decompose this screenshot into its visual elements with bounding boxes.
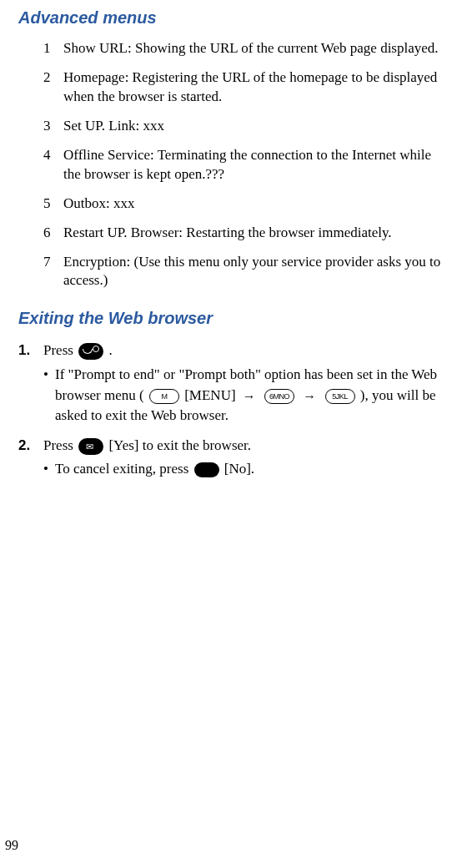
blank-key-icon [194,462,219,477]
text: . [108,342,112,358]
list-item: 2 Homepage: Registering the URL of the h… [43,68,442,107]
step-body: Press . [43,340,442,361]
item-number: 7 [43,253,63,291]
step-body: Press [Yes] to exit the browser. [43,435,442,457]
bullet-icon: • [43,365,55,426]
text: [MENU] [184,387,239,403]
step-2-bullet: • To cancel exiting, press [No]. [43,459,442,480]
text: Press [43,437,77,453]
list-item: 7 Encryption: (Use this menu only your s… [43,253,442,291]
step-2: 2. Press [Yes] to exit the browser. • To… [18,435,442,480]
list-item: 4 Offline Service: Terminating the conne… [43,146,442,184]
list-item: 6 Restart UP. Browser: Restarting the br… [43,224,442,243]
advanced-menu-list: 1 Show URL: Showing the URL of the curre… [43,39,442,290]
exit-steps: 1. Press . • If "Prompt to end" or "Prom… [18,340,442,480]
text: [Yes] to exit the browser. [108,437,251,453]
item-text: Set UP. Link: xxx [63,117,442,136]
step-number: 2. [18,435,43,457]
six-key-icon: 6MNO [264,389,294,404]
text: To cancel exiting, press [55,461,193,477]
list-item: 3 Set UP. Link: xxx [43,117,442,136]
item-text: Homepage: Registering the URL of the hom… [63,68,442,107]
bullet-icon: • [43,459,55,480]
arrow-icon: → [303,386,316,406]
menu-key-icon: M [149,389,179,404]
bullet-text: If "Prompt to end" or "Prompt both" opti… [55,365,442,426]
item-number: 5 [43,194,63,214]
heading-advanced-menus: Advanced menus [18,8,452,28]
page-number: 99 [5,838,18,853]
item-number: 1 [43,39,63,58]
power-key-icon [78,343,103,360]
list-item: 1 Show URL: Showing the URL of the curre… [43,39,442,58]
item-text: Show URL: Showing the URL of the current… [63,39,442,58]
item-text: Restart UP. Browser: Restarting the brow… [63,224,442,243]
item-text: Offline Service: Terminating the connect… [63,146,442,184]
step-1: 1. Press . • If "Prompt to end" or "Prom… [18,340,442,426]
item-number: 6 [43,224,63,243]
bullet-text: To cancel exiting, press [No]. [55,459,442,480]
item-text: Outbox: xxx [63,194,442,214]
list-item: 5 Outbox: xxx [43,194,442,214]
five-key-icon: 5JKL [325,389,355,404]
item-number: 2 [43,68,63,107]
mail-key-icon [78,438,103,455]
step-number: 1. [18,340,43,361]
text: Press [43,342,77,358]
arrow-icon: → [243,386,256,406]
step-1-bullet: • If "Prompt to end" or "Prompt both" op… [43,365,442,426]
text: [No]. [224,461,254,477]
heading-exiting-browser: Exiting the Web browser [18,309,452,328]
item-number: 3 [43,117,63,136]
item-text: Encryption: (Use this menu only your ser… [63,253,442,291]
item-number: 4 [43,146,63,184]
